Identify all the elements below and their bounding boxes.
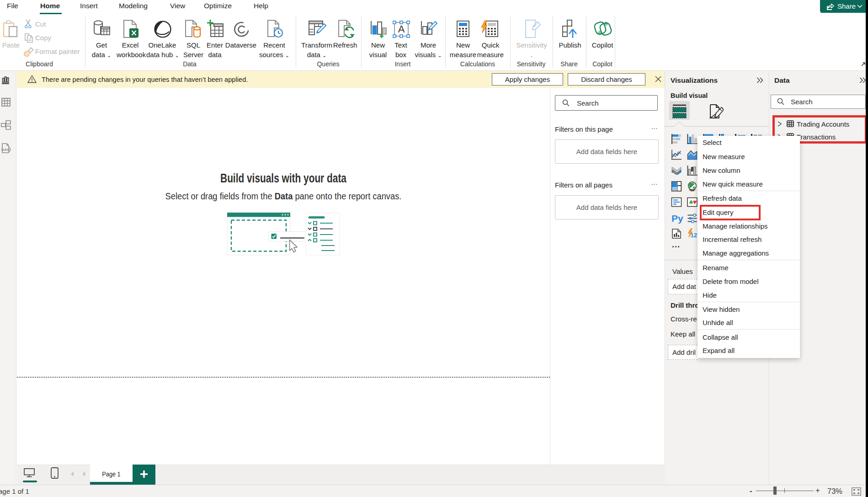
svg-text:A: A — [398, 23, 405, 35]
svg-text:Py: Py — [671, 213, 683, 224]
svg-text:DAX: DAX — [1, 148, 10, 152]
svg-text:…: … — [671, 240, 681, 249]
